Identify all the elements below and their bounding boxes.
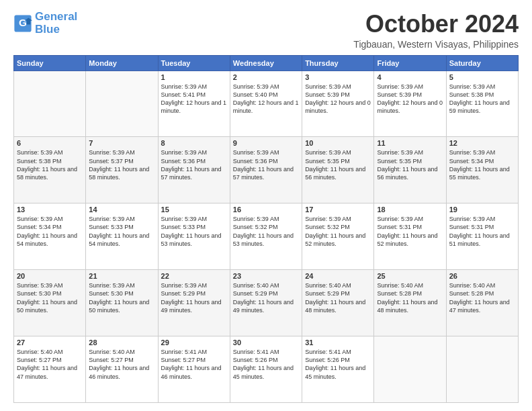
day-info: Sunrise: 5:39 AM Sunset: 5:32 PM Dayligh… [305,215,371,248]
day-info: Sunrise: 5:39 AM Sunset: 5:34 PM Dayligh… [17,215,83,248]
table-cell [374,336,446,403]
table-cell: 2Sunrise: 5:39 AM Sunset: 5:40 PM Daylig… [230,71,302,137]
day-info: Sunrise: 5:39 AM Sunset: 5:41 PM Dayligh… [161,83,227,116]
day-number: 27 [17,338,83,347]
col-monday: Monday [86,55,158,71]
day-info: Sunrise: 5:39 AM Sunset: 5:40 PM Dayligh… [233,83,299,116]
day-number: 7 [89,139,154,147]
day-number: 19 [449,205,515,214]
day-info: Sunrise: 5:39 AM Sunset: 5:35 PM Dayligh… [377,148,443,181]
day-number: 26 [449,272,515,280]
day-number: 28 [89,338,154,347]
calendar-table: Sunday Monday Tuesday Wednesday Thursday… [13,55,519,403]
day-info: Sunrise: 5:41 AM Sunset: 5:27 PM Dayligh… [161,348,227,381]
table-cell: 26Sunrise: 5:40 AM Sunset: 5:28 PM Dayli… [446,270,518,336]
table-cell: 21Sunrise: 5:39 AM Sunset: 5:30 PM Dayli… [86,270,158,336]
day-number: 31 [305,338,371,347]
logo-text: General Blue [35,11,77,36]
day-info: Sunrise: 5:39 AM Sunset: 5:39 PM Dayligh… [305,83,371,116]
week-row-1: 1Sunrise: 5:39 AM Sunset: 5:41 PM Daylig… [14,71,519,137]
week-row-5: 27Sunrise: 5:40 AM Sunset: 5:27 PM Dayli… [14,336,519,403]
table-cell: 17Sunrise: 5:39 AM Sunset: 5:32 PM Dayli… [302,203,374,270]
day-number: 5 [449,73,515,81]
day-number: 12 [449,139,515,147]
day-info: Sunrise: 5:40 AM Sunset: 5:29 PM Dayligh… [233,281,299,314]
logo-icon: G [13,14,32,33]
day-info: Sunrise: 5:41 AM Sunset: 5:26 PM Dayligh… [305,348,371,381]
day-info: Sunrise: 5:40 AM Sunset: 5:28 PM Dayligh… [377,281,443,314]
page: G General Blue October 2024 Tigbauan, We… [0,0,532,411]
col-tuesday: Tuesday [158,55,230,71]
day-number: 3 [305,73,371,81]
col-wednesday: Wednesday [230,55,302,71]
day-info: Sunrise: 5:39 AM Sunset: 5:36 PM Dayligh… [161,148,227,181]
table-cell: 6Sunrise: 5:39 AM Sunset: 5:38 PM Daylig… [14,137,86,203]
day-number: 21 [89,272,154,280]
day-info: Sunrise: 5:39 AM Sunset: 5:30 PM Dayligh… [17,281,83,314]
table-cell: 9Sunrise: 5:39 AM Sunset: 5:36 PM Daylig… [230,137,302,203]
table-cell: 18Sunrise: 5:39 AM Sunset: 5:31 PM Dayli… [374,203,446,270]
table-cell: 4Sunrise: 5:39 AM Sunset: 5:39 PM Daylig… [374,71,446,137]
table-cell: 1Sunrise: 5:39 AM Sunset: 5:41 PM Daylig… [158,71,230,137]
day-number: 16 [233,205,299,214]
col-saturday: Saturday [446,55,518,71]
svg-text:G: G [19,17,27,28]
month-title: October 2024 [353,11,519,38]
table-cell: 13Sunrise: 5:39 AM Sunset: 5:34 PM Dayli… [14,203,86,270]
day-number: 23 [233,272,299,280]
day-info: Sunrise: 5:39 AM Sunset: 5:38 PM Dayligh… [449,83,515,116]
day-number: 22 [161,272,227,280]
day-number: 13 [17,205,83,214]
week-row-2: 6Sunrise: 5:39 AM Sunset: 5:38 PM Daylig… [14,137,519,203]
table-cell: 24Sunrise: 5:40 AM Sunset: 5:29 PM Dayli… [302,270,374,336]
day-number: 4 [377,73,443,81]
table-cell: 12Sunrise: 5:39 AM Sunset: 5:34 PM Dayli… [446,137,518,203]
day-info: Sunrise: 5:39 AM Sunset: 5:36 PM Dayligh… [233,148,299,181]
day-number: 8 [161,139,227,147]
title-area: October 2024 Tigbauan, Western Visayas, … [353,11,519,50]
logo-line1: General [35,10,77,23]
day-info: Sunrise: 5:39 AM Sunset: 5:31 PM Dayligh… [377,215,443,248]
table-cell [14,71,86,137]
day-number: 18 [377,205,443,214]
day-info: Sunrise: 5:39 AM Sunset: 5:29 PM Dayligh… [161,281,227,314]
calendar-header-row: Sunday Monday Tuesday Wednesday Thursday… [14,55,519,71]
table-cell: 29Sunrise: 5:41 AM Sunset: 5:27 PM Dayli… [158,336,230,403]
day-info: Sunrise: 5:39 AM Sunset: 5:35 PM Dayligh… [305,148,371,181]
table-cell: 28Sunrise: 5:40 AM Sunset: 5:27 PM Dayli… [86,336,158,403]
header: G General Blue October 2024 Tigbauan, We… [13,11,519,50]
table-cell: 20Sunrise: 5:39 AM Sunset: 5:30 PM Dayli… [14,270,86,336]
day-number: 9 [233,139,299,147]
day-info: Sunrise: 5:39 AM Sunset: 5:34 PM Dayligh… [449,148,515,181]
day-number: 14 [89,205,154,214]
table-cell: 3Sunrise: 5:39 AM Sunset: 5:39 PM Daylig… [302,71,374,137]
table-cell: 19Sunrise: 5:39 AM Sunset: 5:31 PM Dayli… [446,203,518,270]
table-cell: 7Sunrise: 5:39 AM Sunset: 5:37 PM Daylig… [86,137,158,203]
day-number: 1 [161,73,227,81]
table-cell: 31Sunrise: 5:41 AM Sunset: 5:26 PM Dayli… [302,336,374,403]
week-row-3: 13Sunrise: 5:39 AM Sunset: 5:34 PM Dayli… [14,203,519,270]
day-info: Sunrise: 5:40 AM Sunset: 5:27 PM Dayligh… [17,348,83,381]
day-number: 11 [377,139,443,147]
table-cell: 5Sunrise: 5:39 AM Sunset: 5:38 PM Daylig… [446,71,518,137]
table-cell: 14Sunrise: 5:39 AM Sunset: 5:33 PM Dayli… [86,203,158,270]
day-number: 29 [161,338,227,347]
day-number: 2 [233,73,299,81]
day-info: Sunrise: 5:39 AM Sunset: 5:38 PM Dayligh… [17,148,83,181]
day-info: Sunrise: 5:39 AM Sunset: 5:31 PM Dayligh… [449,215,515,248]
day-number: 6 [17,139,83,147]
day-info: Sunrise: 5:40 AM Sunset: 5:28 PM Dayligh… [449,281,515,314]
day-number: 17 [305,205,371,214]
table-cell: 10Sunrise: 5:39 AM Sunset: 5:35 PM Dayli… [302,137,374,203]
day-info: Sunrise: 5:40 AM Sunset: 5:29 PM Dayligh… [305,281,371,314]
day-number: 24 [305,272,371,280]
table-cell: 25Sunrise: 5:40 AM Sunset: 5:28 PM Dayli… [374,270,446,336]
table-cell: 15Sunrise: 5:39 AM Sunset: 5:33 PM Dayli… [158,203,230,270]
day-info: Sunrise: 5:39 AM Sunset: 5:39 PM Dayligh… [377,83,443,116]
logo-line2: Blue [35,23,60,36]
location-title: Tigbauan, Western Visayas, Philippines [353,39,519,50]
table-cell: 22Sunrise: 5:39 AM Sunset: 5:29 PM Dayli… [158,270,230,336]
table-cell: 30Sunrise: 5:41 AM Sunset: 5:26 PM Dayli… [230,336,302,403]
logo: G General Blue [13,11,77,36]
col-friday: Friday [374,55,446,71]
